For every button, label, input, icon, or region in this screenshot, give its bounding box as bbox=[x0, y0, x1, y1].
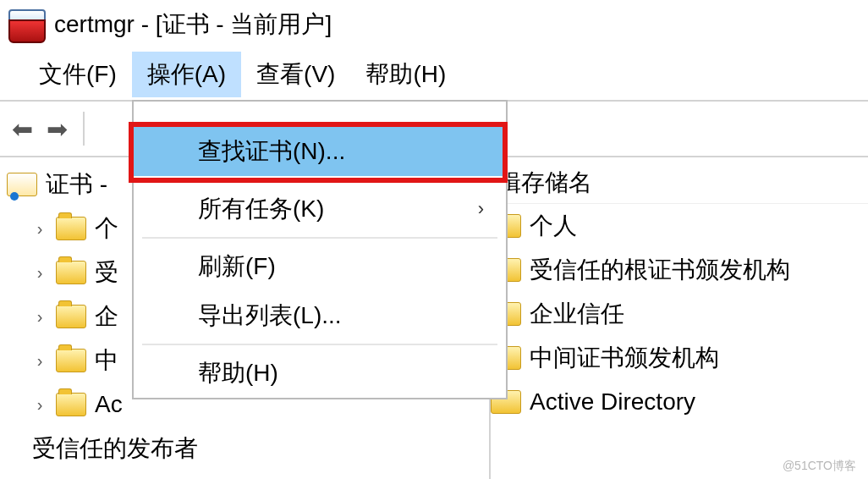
toolbar-separator bbox=[83, 112, 85, 146]
nav-back-icon[interactable]: ⬅ bbox=[8, 114, 36, 144]
list-pane: 辑存储名 个人 受信任的根证书颁发机构 企业信任 中间证书颁发机构 Active… bbox=[491, 157, 868, 479]
menu-bar: 文件(F) 操作(A) 查看(V) 帮助(H) bbox=[0, 49, 868, 102]
menu-separator bbox=[142, 344, 497, 345]
menu-item-label: 刷新(F) bbox=[198, 251, 276, 283]
window-title: certmgr - [证书 - 当前用户] bbox=[54, 8, 332, 41]
folder-icon bbox=[56, 217, 86, 240]
list-item-label: 中间证书颁发机构 bbox=[530, 342, 719, 374]
folder-icon bbox=[56, 261, 86, 284]
menu-file[interactable]: 文件(F) bbox=[24, 52, 132, 97]
title-bar: certmgr - [证书 - 当前用户] bbox=[0, 0, 868, 49]
tree-item-trusted-publishers[interactable]: 受信任的发布者 bbox=[7, 427, 489, 471]
menu-separator bbox=[142, 179, 497, 181]
list-item[interactable]: Active Directory bbox=[491, 380, 868, 424]
certificate-icon bbox=[7, 173, 37, 196]
tree-item-label: 受信任的发布者 bbox=[32, 432, 198, 465]
tree-item-label: 企 bbox=[95, 300, 118, 333]
menu-item-label: 帮助(H) bbox=[198, 357, 278, 389]
menu-item-refresh[interactable]: 刷新(F) bbox=[134, 242, 506, 291]
folder-icon bbox=[56, 305, 86, 328]
nav-forward-icon[interactable]: ➡ bbox=[43, 114, 71, 144]
column-header-store[interactable]: 辑存储名 bbox=[491, 162, 868, 204]
folder-icon bbox=[56, 349, 86, 372]
watermark: @51CTO博客 bbox=[783, 459, 856, 474]
action-dropdown: 查找证书(N)... 所有任务(K) › 刷新(F) 导出列表(L)... 帮助… bbox=[132, 100, 508, 399]
menu-help[interactable]: 帮助(H) bbox=[350, 52, 461, 97]
list-item[interactable]: 中间证书颁发机构 bbox=[491, 336, 868, 380]
tree-root-label: 证书 - bbox=[46, 168, 107, 201]
tree-item-label: 个 bbox=[95, 212, 118, 245]
list-item[interactable]: 个人 bbox=[491, 204, 868, 248]
list-item[interactable]: 受信任的根证书颁发机构 bbox=[491, 248, 868, 292]
menu-item-find-certificates[interactable]: 查找证书(N)... bbox=[134, 127, 506, 176]
list-item-label: Active Directory bbox=[530, 388, 695, 416]
list-item-label: 个人 bbox=[530, 210, 577, 242]
menu-item-help[interactable]: 帮助(H) bbox=[134, 349, 506, 398]
folder-icon bbox=[56, 393, 86, 416]
app-icon bbox=[8, 9, 42, 40]
tree-item-label: 受 bbox=[95, 256, 118, 289]
menu-item-all-tasks[interactable]: 所有任务(K) › bbox=[134, 184, 506, 234]
menu-item-label: 查找证书(N)... bbox=[198, 135, 345, 168]
submenu-arrow-icon: › bbox=[478, 198, 484, 220]
menu-action[interactable]: 操作(A) bbox=[132, 52, 241, 97]
menu-item-export-list[interactable]: 导出列表(L)... bbox=[134, 291, 506, 340]
menu-item-label: 导出列表(L)... bbox=[198, 300, 342, 332]
list-item-label: 企业信任 bbox=[530, 298, 624, 330]
caret-icon: › bbox=[32, 263, 47, 283]
menu-view[interactable]: 查看(V) bbox=[241, 52, 350, 97]
menu-item-label: 所有任务(K) bbox=[198, 193, 324, 225]
caret-icon: › bbox=[32, 219, 47, 239]
tree-item-label: 中 bbox=[95, 344, 118, 377]
certmgr-window: certmgr - [证书 - 当前用户] 文件(F) 操作(A) 查看(V) … bbox=[0, 0, 868, 479]
list-item-label: 受信任的根证书颁发机构 bbox=[530, 254, 790, 286]
menu-separator bbox=[142, 237, 497, 239]
caret-icon: › bbox=[32, 307, 47, 327]
tree-item-label: Ac bbox=[95, 391, 123, 418]
caret-icon: › bbox=[32, 395, 47, 415]
list-item[interactable]: 企业信任 bbox=[491, 292, 868, 336]
caret-icon: › bbox=[32, 351, 47, 371]
